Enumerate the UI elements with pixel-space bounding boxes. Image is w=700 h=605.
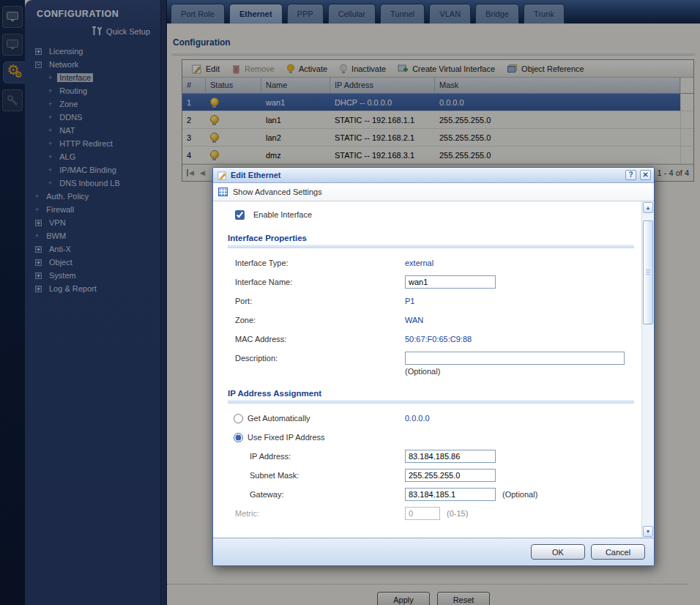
ok-button[interactable]: OK bbox=[531, 544, 585, 560]
dialog-footer: OK Cancel bbox=[213, 538, 654, 565]
enable-interface-label: Enable Interface bbox=[253, 210, 312, 219]
use-fixed-ip-radio[interactable] bbox=[234, 433, 243, 442]
gateway-label: Gateway: bbox=[250, 490, 405, 499]
ip-address-label: IP Address: bbox=[250, 452, 405, 461]
dialog-body: Enable Interface Interface Properties In… bbox=[213, 201, 654, 538]
use-fixed-ip-label: Use Fixed IP Address bbox=[247, 433, 325, 442]
enable-interface-checkbox[interactable] bbox=[235, 210, 245, 220]
scrollbar-thumb[interactable] bbox=[643, 220, 653, 324]
zywall-configuration-screen: ⚙⚙ CONFIGURATION Quick Setup Licensing N… bbox=[0, 0, 700, 605]
gateway-hint: (Optional) bbox=[502, 490, 537, 499]
metric-label: Metric: bbox=[235, 509, 405, 518]
mac-address-value: 50:67:F0:65:C9:88 bbox=[405, 335, 472, 344]
subnet-mask-input[interactable] bbox=[405, 469, 496, 482]
dialog-toolbar: Show Advanced Settings bbox=[213, 183, 654, 201]
interface-type-label: Interface Type: bbox=[235, 259, 405, 267]
metric-hint: (0-15) bbox=[447, 509, 468, 518]
ip-address-input[interactable] bbox=[405, 450, 496, 463]
subnet-mask-label: Subnet Mask: bbox=[250, 471, 405, 480]
get-automatically-radio[interactable] bbox=[234, 414, 243, 423]
cancel-button[interactable]: Cancel bbox=[591, 544, 645, 560]
section-ip-address-assignment: IP Address Assignment bbox=[228, 389, 641, 398]
description-label: Description: bbox=[235, 354, 405, 363]
port-label: Port: bbox=[235, 297, 405, 305]
description-hint: (Optional) bbox=[405, 367, 440, 376]
port-value: P1 bbox=[405, 297, 414, 305]
zone-value: WAN bbox=[405, 316, 423, 324]
dialog-title: Edit Ethernet bbox=[231, 171, 622, 179]
interface-name-label: Interface Name: bbox=[235, 278, 405, 286]
section-divider bbox=[228, 245, 634, 248]
advanced-settings-icon bbox=[218, 188, 228, 196]
mac-address-label: MAC Address: bbox=[235, 335, 405, 344]
close-icon[interactable]: ✕ bbox=[640, 170, 651, 180]
pencil-icon bbox=[217, 171, 227, 180]
section-divider bbox=[228, 400, 634, 404]
dialog-scrollbar[interactable]: ▲ ▼ bbox=[641, 201, 654, 538]
description-input[interactable] bbox=[405, 352, 625, 365]
interface-name-input[interactable] bbox=[405, 275, 496, 289]
dialog-title-bar[interactable]: Edit Ethernet ? ✕ bbox=[213, 168, 654, 183]
scroll-up-icon[interactable]: ▲ bbox=[643, 202, 653, 213]
help-button[interactable]: ? bbox=[625, 170, 636, 180]
edit-ethernet-dialog: Edit Ethernet ? ✕ Show Advanced Settings… bbox=[212, 167, 655, 566]
zone-label: Zone: bbox=[235, 316, 405, 324]
section-interface-properties: Interface Properties bbox=[228, 234, 641, 242]
scroll-down-icon[interactable]: ▼ bbox=[643, 526, 653, 537]
gateway-input[interactable] bbox=[405, 488, 496, 501]
get-automatically-label: Get Automatically bbox=[247, 414, 310, 423]
show-advanced-settings-toggle[interactable]: Show Advanced Settings bbox=[233, 188, 322, 196]
enable-interface-row: Enable Interface bbox=[228, 207, 641, 222]
get-automatically-value: 0.0.0.0 bbox=[405, 414, 430, 423]
interface-type-value: external bbox=[405, 259, 433, 267]
description-hint-row: (Optional) bbox=[228, 367, 641, 377]
metric-input bbox=[405, 507, 440, 520]
